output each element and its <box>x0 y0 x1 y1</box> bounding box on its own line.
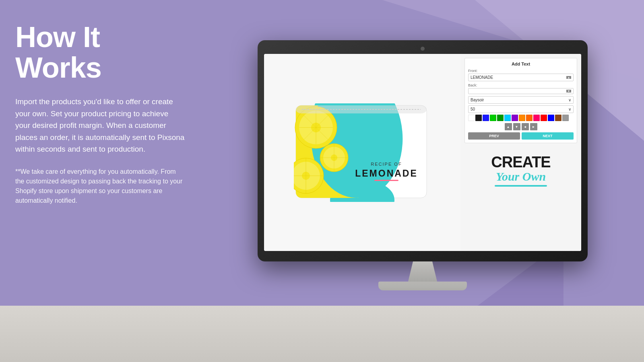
svg-text:RECIPE OF: RECIPE OF <box>371 162 402 167</box>
front-input-value: LEMONADE <box>471 75 493 80</box>
monitor: RECIPE OF LEMONADE Add Text Front: L <box>258 40 588 290</box>
size-select[interactable]: 50 ∨ <box>468 105 574 113</box>
create-line1: CREATE <box>491 154 550 171</box>
font-select[interactable]: Baysoir ∨ <box>468 96 574 104</box>
monitor-camera <box>421 47 425 51</box>
your-own-text: Your Own <box>469 170 573 183</box>
nav-buttons: PREV NEXT <box>468 132 574 140</box>
monitor-stand-neck <box>407 261 439 282</box>
prev-button[interactable]: PREV <box>468 132 520 140</box>
editor-panel: Add Text Front: LEMONADE ▲ Back: ▼ <box>464 58 577 143</box>
color-swatch[interactable] <box>483 115 489 121</box>
color-swatch[interactable] <box>468 115 475 121</box>
back-scroll-down[interactable]: ▼ <box>566 90 571 93</box>
color-swatch[interactable] <box>526 115 533 121</box>
monitor-body: RECIPE OF LEMONADE Add Text Front: L <box>258 40 588 261</box>
heading-line2: Works <box>15 51 101 84</box>
front-label: Front: <box>468 69 574 73</box>
arrow-up[interactable]: ▲ <box>505 123 512 130</box>
create-text: CREATE <box>469 154 573 170</box>
svg-rect-26 <box>374 180 398 181</box>
font-chevron-icon: ∨ <box>568 98 571 102</box>
footnote-text: **We take care of everything for you aut… <box>15 167 185 206</box>
arrow-left[interactable]: ◄ <box>522 123 529 130</box>
front-input[interactable]: LEMONADE ▲ <box>468 74 574 81</box>
color-swatch[interactable] <box>497 115 504 121</box>
size-chevron-icon: ∨ <box>568 107 571 111</box>
color-swatch[interactable] <box>512 115 518 121</box>
arrow-down[interactable]: ▼ <box>513 123 520 130</box>
color-swatch[interactable] <box>490 115 496 121</box>
size-select-value: 50 <box>471 107 475 111</box>
color-swatch[interactable] <box>533 115 540 121</box>
screen-product-area: RECIPE OF LEMONADE <box>264 54 460 251</box>
color-swatch[interactable] <box>541 115 547 121</box>
create-underline <box>495 185 547 187</box>
left-panel: How It Works Import the products you'd l… <box>0 0 201 362</box>
color-swatch[interactable] <box>555 115 561 121</box>
main-heading: How It Works <box>15 22 185 83</box>
heading-line1: How It <box>15 21 100 53</box>
color-swatch[interactable] <box>562 115 569 121</box>
editor-title: Add Text <box>468 62 574 66</box>
pouch-mockup: RECIPE OF LEMONADE <box>294 103 431 202</box>
scroll-up[interactable]: ▲ <box>566 76 571 79</box>
screen-editor[interactable]: Add Text Front: LEMONADE ▲ Back: ▼ <box>460 54 581 251</box>
color-swatch[interactable] <box>504 115 511 121</box>
svg-text:LEMONADE: LEMONADE <box>355 168 418 179</box>
color-swatch[interactable] <box>548 115 554 121</box>
color-swatch[interactable] <box>475 115 482 121</box>
main-description: Import the products you'd like to offer … <box>15 96 185 155</box>
next-button[interactable]: NEXT <box>522 132 574 140</box>
color-swatch[interactable] <box>519 115 525 121</box>
back-label: Back: <box>468 83 574 87</box>
monitor-screen: RECIPE OF LEMONADE Add Text Front: L <box>264 54 581 251</box>
page-background: How It Works Import the products you'd l… <box>0 0 644 362</box>
font-select-value: Baysoir <box>471 98 484 102</box>
arrow-right[interactable]: ► <box>530 123 537 130</box>
color-palette <box>468 115 574 121</box>
monitor-stand-base <box>378 282 467 290</box>
create-logo: CREATE Your Own <box>464 150 577 191</box>
position-arrows: ▲ ▼ ◄ ► <box>468 123 574 130</box>
right-panel: RECIPE OF LEMONADE Add Text Front: L <box>201 0 644 362</box>
back-input[interactable]: ▼ <box>468 88 574 94</box>
